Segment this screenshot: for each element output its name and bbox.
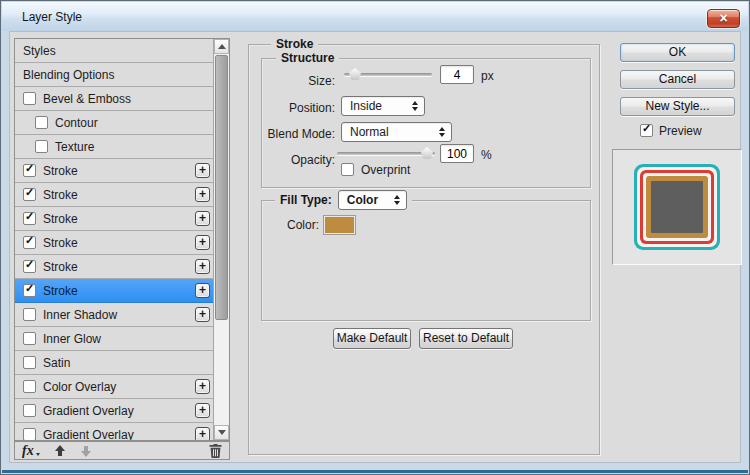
layer-style-dialog: Layer Style × StylesBlending OptionsBeve…: [0, 0, 750, 475]
sidebar-item-label: Stroke: [43, 188, 78, 202]
checkbox-icon[interactable]: [35, 140, 48, 153]
sidebar-item-stroke[interactable]: Stroke: [15, 183, 213, 207]
checkbox-checked-icon[interactable]: [23, 188, 36, 201]
add-effect-icon[interactable]: [195, 403, 210, 418]
overprint-label: Overprint: [361, 163, 410, 177]
add-effect-icon[interactable]: [195, 307, 210, 322]
checkbox-checked-icon[interactable]: [23, 284, 36, 297]
checkbox-icon[interactable]: [35, 116, 48, 129]
checkbox-checked-icon[interactable]: [23, 260, 36, 273]
position-label: Position:: [262, 101, 335, 115]
fill-type-dropdown[interactable]: Color: [338, 190, 407, 210]
sidebar-item-gradient-overlay[interactable]: Gradient Overlay: [15, 423, 213, 440]
sidebar-item-label: Satin: [43, 356, 70, 370]
triangle-up-icon: [218, 44, 226, 49]
close-icon[interactable]: ×: [707, 9, 740, 28]
add-effect-icon[interactable]: [195, 427, 210, 440]
scroll-up-icon[interactable]: [214, 39, 229, 54]
sidebar-item-stroke[interactable]: Stroke: [15, 231, 213, 255]
sidebar-item-satin[interactable]: Satin: [15, 351, 213, 375]
ok-button[interactable]: OK: [620, 43, 735, 62]
sidebar-item-gradient-overlay[interactable]: Gradient Overlay: [15, 399, 213, 423]
fill-type-value: Color: [347, 194, 378, 207]
sidebar-item-stroke[interactable]: Stroke: [15, 255, 213, 279]
sidebar-item-label: Texture: [55, 140, 94, 154]
add-effect-icon[interactable]: [195, 187, 210, 202]
blend-mode-dropdown[interactable]: Normal: [341, 122, 452, 142]
checkbox-icon[interactable]: [23, 428, 36, 440]
sidebar-item-label: Bevel & Emboss: [43, 92, 131, 106]
opacity-label: Opacity:: [262, 153, 335, 167]
stepper-icon: [394, 195, 400, 205]
new-style-button[interactable]: New Style...: [620, 97, 735, 116]
checkbox-icon[interactable]: [23, 356, 36, 369]
preview-label: Preview: [659, 124, 702, 138]
preview-thumbnail: [634, 164, 720, 250]
size-input[interactable]: [440, 65, 474, 84]
fill-type-legend: Fill Type: Color: [275, 190, 412, 210]
fx-icon[interactable]: fx: [22, 444, 34, 458]
stroke-color-swatch[interactable]: [323, 215, 356, 235]
add-effect-icon[interactable]: [195, 163, 210, 178]
move-effect-down-icon[interactable]: [80, 445, 92, 457]
cancel-button[interactable]: Cancel: [620, 70, 735, 89]
styles-scrollbar[interactable]: [213, 39, 229, 440]
sidebar-item-inner-glow[interactable]: Inner Glow: [15, 327, 213, 351]
add-effect-icon[interactable]: [195, 259, 210, 274]
sidebar-item-stroke[interactable]: Stroke: [15, 159, 213, 183]
preview-checkbox[interactable]: [640, 124, 653, 137]
checkbox-icon[interactable]: [23, 380, 36, 393]
checkbox-icon[interactable]: [23, 404, 36, 417]
delete-effect-icon[interactable]: [209, 444, 222, 458]
blend-mode-value: Normal: [350, 125, 389, 139]
sidebar-item-contour[interactable]: Contour: [15, 111, 213, 135]
add-effect-icon[interactable]: [195, 235, 210, 250]
add-effect-icon[interactable]: [195, 283, 210, 298]
sidebar-item-stroke[interactable]: Stroke: [15, 207, 213, 231]
sidebar-item-texture[interactable]: Texture: [15, 135, 213, 159]
opacity-input[interactable]: [440, 144, 474, 163]
opacity-slider-track[interactable]: [337, 152, 435, 155]
preview-stroke-ring: [640, 170, 714, 244]
preview-stroke-ring: [646, 176, 708, 238]
sidebar-item-label: Stroke: [43, 236, 78, 250]
make-default-button[interactable]: Make Default: [333, 328, 411, 349]
opacity-unit: %: [481, 148, 492, 162]
move-effect-up-icon[interactable]: [54, 445, 66, 457]
checkbox-icon[interactable]: [23, 92, 36, 105]
position-value: Inside: [350, 99, 382, 113]
fx-menu-caret-icon: [36, 453, 40, 456]
sidebar-item-bevel-emboss[interactable]: Bevel & Emboss: [15, 87, 213, 111]
overprint-checkbox[interactable]: [341, 163, 354, 176]
sidebar-item-stroke[interactable]: Stroke: [15, 279, 213, 303]
sidebar-item-inner-shadow[interactable]: Inner Shadow: [15, 303, 213, 327]
fill-type-label: Fill Type:: [280, 194, 332, 207]
size-slider-thumb[interactable]: [349, 68, 361, 80]
opacity-slider-thumb[interactable]: [421, 147, 433, 159]
stroke-panel: Stroke Structure Size: px Position: Insi…: [248, 44, 600, 455]
style-list-rows: StylesBlending OptionsBevel & EmbossCont…: [15, 39, 213, 440]
window-frame-bottom: [2, 470, 748, 473]
structure-group: Structure Size: px Position: Inside Blen…: [261, 58, 591, 188]
add-effect-icon[interactable]: [195, 211, 210, 226]
reset-to-default-button[interactable]: Reset to Default: [419, 328, 513, 349]
scrollbar-thumb[interactable]: [215, 55, 228, 320]
titlebar[interactable]: Layer Style ×: [2, 2, 748, 31]
sidebar-item-label: Blending Options: [23, 68, 114, 82]
sidebar-item-blending-options[interactable]: Blending Options: [15, 63, 213, 87]
sidebar-item-label: Styles: [23, 44, 56, 58]
checkbox-icon[interactable]: [23, 308, 36, 321]
checkbox-checked-icon[interactable]: [23, 212, 36, 225]
checkbox-checked-icon[interactable]: [23, 236, 36, 249]
size-slider[interactable]: [344, 67, 432, 81]
checkbox-icon[interactable]: [23, 332, 36, 345]
sidebar-item-color-overlay[interactable]: Color Overlay: [15, 375, 213, 399]
dialog-body: StylesBlending OptionsBevel & EmbossCont…: [9, 31, 741, 463]
checkbox-checked-icon[interactable]: [23, 164, 36, 177]
add-effect-icon[interactable]: [195, 379, 210, 394]
position-dropdown[interactable]: Inside: [341, 96, 425, 116]
opacity-slider[interactable]: [337, 146, 435, 160]
sidebar-item-styles[interactable]: Styles: [15, 39, 213, 63]
scroll-down-icon[interactable]: [214, 425, 229, 440]
sidebar-item-label: Stroke: [43, 164, 78, 178]
